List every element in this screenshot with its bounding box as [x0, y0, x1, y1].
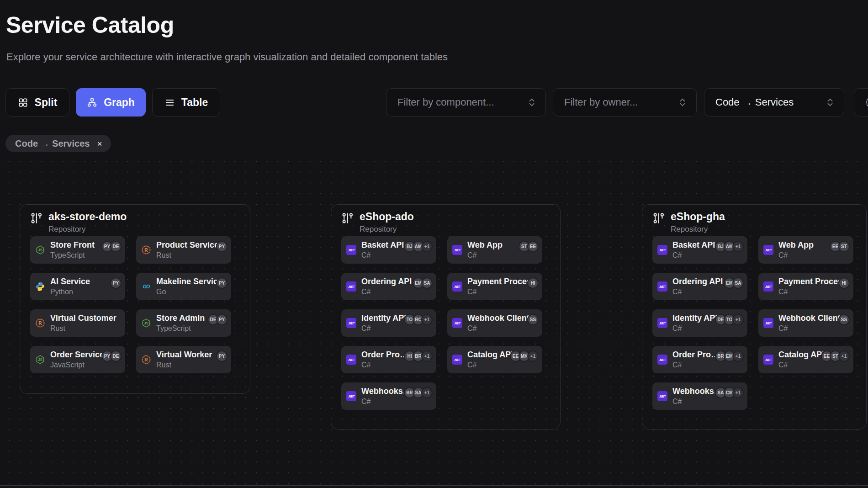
- service-node[interactable]: JS Store Admin TypeScript DEPY: [136, 309, 231, 337]
- service-language: C#: [361, 361, 434, 369]
- service-node[interactable]: R Virtual Worker Rust PY: [136, 346, 231, 373]
- service-node[interactable]: .NET Identity API C# TORC+1: [341, 309, 436, 337]
- filter-chip-label: Code → Services: [15, 138, 90, 149]
- graph-view-button[interactable]: Graph: [76, 88, 146, 117]
- service-language: C#: [361, 398, 434, 406]
- service-node[interactable]: .NET Basket API C# BJAM+1: [341, 236, 436, 264]
- service-language: TypeScript: [50, 251, 123, 260]
- repository-header: eShop-gha Repository: [652, 211, 725, 234]
- extra-toolbar-button[interactable]: [854, 88, 868, 117]
- owner-badges: STEE: [519, 241, 539, 252]
- split-view-button[interactable]: Split: [5, 88, 69, 117]
- repository-header: aks-store-demo Repository: [30, 211, 127, 234]
- owner-badges: SS: [527, 314, 539, 325]
- service-node[interactable]: R Virtual Customer Rust: [30, 309, 125, 337]
- service-language: Rust: [156, 251, 229, 260]
- service-node[interactable]: .NET Ordering API C# EMSA: [652, 273, 747, 300]
- repository-node[interactable]: eShop-ado Repository .NET Basket API C# …: [331, 204, 561, 430]
- service-node[interactable]: .NET Catalog API C# EEMK+1: [447, 346, 542, 373]
- service-language: TypeScript: [156, 324, 229, 333]
- repository-node[interactable]: eShop-gha Repository .NET Basket API C# …: [642, 204, 867, 430]
- service-node[interactable]: .NET Webhooks… C# BRSA+1: [341, 382, 436, 410]
- owner-badges: BJAM+1: [715, 241, 744, 252]
- repository-kind: Repository: [360, 225, 414, 234]
- service-node[interactable]: .NET Webhook Client C# SS: [758, 309, 853, 337]
- service-node[interactable]: .NET Order Pro… C# BREM+1: [652, 346, 747, 373]
- repository-header: eShop-ado Repository: [341, 211, 414, 234]
- svg-text:.NET: .NET: [765, 285, 772, 288]
- svg-text:JS: JS: [38, 248, 43, 252]
- service-node[interactable]: JS Order Service JavaScript PYDE: [30, 346, 125, 373]
- nodejs-icon: JS: [35, 355, 45, 365]
- service-node[interactable]: .NET Payment Proces… C# HI: [758, 273, 853, 300]
- owner-overflow-badge: +1: [732, 387, 744, 398]
- relationship-filter-select[interactable]: Code → Services: [704, 88, 844, 117]
- owner-badge: ST: [838, 241, 850, 252]
- service-language: C#: [467, 361, 540, 369]
- owner-badges: PYDE: [101, 241, 122, 252]
- owner-filter-select[interactable]: Filter by owner...: [553, 88, 697, 117]
- owner-badge: SA: [421, 277, 433, 289]
- repository-name: aks-store-demo: [48, 211, 127, 223]
- service-node[interactable]: .NET Order Pro… C# HIBR+1: [341, 346, 436, 373]
- dotnet-icon: .NET: [452, 318, 462, 328]
- svg-text:JS: JS: [38, 358, 43, 362]
- dotnet-icon: .NET: [657, 355, 667, 365]
- service-node[interactable]: .NET Webhooks… C# SACM+1: [652, 382, 747, 410]
- service-language: C#: [467, 288, 540, 296]
- owner-badges: DEPY: [207, 314, 228, 325]
- service-node[interactable]: .NET Identity API C# DETO+1: [652, 309, 747, 337]
- split-layout-icon: [18, 97, 28, 108]
- repository-icon: [30, 212, 42, 224]
- service-node[interactable]: .NET Web App C# EEST: [758, 236, 853, 264]
- dotnet-icon: .NET: [452, 245, 462, 255]
- service-node[interactable]: R Product Service Rust PY: [136, 236, 231, 264]
- service-language: Rust: [156, 361, 229, 369]
- service-language: C#: [467, 251, 540, 260]
- chip-close-icon[interactable]: ×: [97, 139, 102, 148]
- python-icon: [35, 281, 45, 292]
- brace-icon: [863, 97, 868, 107]
- table-view-icon: [164, 97, 175, 108]
- service-node[interactable]: .NET Web App C# STEE: [447, 236, 542, 264]
- svg-text:R: R: [144, 248, 148, 253]
- owner-badges: BRSA+1: [404, 387, 433, 398]
- service-node[interactable]: .NET Basket API C# BJAM+1: [652, 236, 747, 264]
- component-filter-select[interactable]: Filter by component...: [386, 88, 546, 117]
- svg-text:.NET: .NET: [765, 249, 772, 252]
- service-language: C#: [672, 288, 746, 296]
- owner-filter-placeholder: Filter by owner...: [564, 96, 638, 108]
- service-node[interactable]: JS Store Front TypeScript PYDE: [30, 236, 125, 264]
- owner-overflow-badge: +1: [732, 314, 744, 325]
- dotnet-icon: .NET: [452, 355, 462, 365]
- service-language: C#: [778, 288, 852, 296]
- owner-badges: EMSA: [724, 277, 744, 289]
- svg-text:.NET: .NET: [659, 249, 666, 252]
- service-node[interactable]: .NET Ordering API C# EMSA: [341, 273, 436, 300]
- relationship-filter-value: Code → Services: [715, 96, 794, 108]
- owner-overflow-badge: +1: [732, 241, 744, 252]
- owner-badges: DETO+1: [715, 314, 744, 325]
- svg-text:.NET: .NET: [659, 358, 666, 361]
- service-node[interactable]: .NET Webhook Client C# SS: [447, 309, 542, 337]
- owner-badges: PY: [110, 277, 122, 289]
- repository-titles: aks-store-demo Repository: [48, 211, 127, 234]
- svg-text:GO: GO: [143, 284, 150, 289]
- svg-text:.NET: .NET: [348, 285, 355, 288]
- svg-text:.NET: .NET: [765, 322, 772, 325]
- dotnet-icon: .NET: [763, 318, 773, 328]
- dotnet-icon: .NET: [657, 318, 667, 328]
- repository-node[interactable]: aks-store-demo Repository JS Store Front…: [20, 204, 250, 394]
- svg-text:.NET: .NET: [348, 358, 355, 361]
- table-view-button[interactable]: Table: [152, 88, 220, 117]
- service-node[interactable]: .NET Payment Proces… C# HI: [447, 273, 542, 300]
- service-node[interactable]: .NET Catalog API C# EEST+1: [758, 346, 853, 373]
- graph-canvas[interactable]: aks-store-demo Repository JS Store Front…: [0, 161, 868, 486]
- dotnet-icon: .NET: [763, 355, 773, 365]
- service-node[interactable]: AI Service Python PY: [30, 273, 125, 300]
- service-node[interactable]: GO Makeline Service Go PY: [136, 273, 231, 300]
- owner-badges: EEST: [830, 241, 850, 252]
- owner-badges: HIBR+1: [404, 350, 433, 362]
- dotnet-icon: .NET: [346, 318, 356, 328]
- rust-icon: R: [141, 245, 151, 255]
